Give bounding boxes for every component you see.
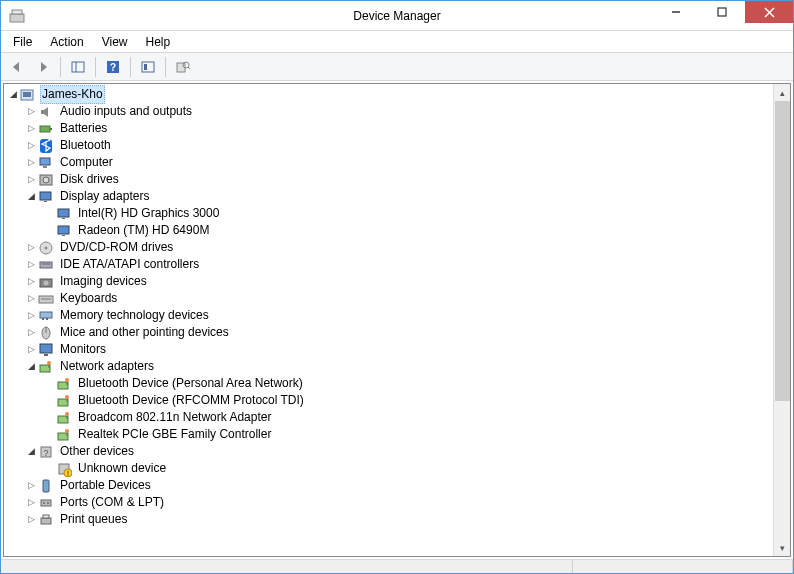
tree-device-label[interactable]: Radeon (TM) HD 6490M bbox=[76, 222, 211, 239]
close-button[interactable] bbox=[745, 1, 793, 23]
tree-category[interactable]: ◢Display adapters bbox=[6, 188, 790, 205]
menu-file[interactable]: File bbox=[5, 33, 40, 51]
tree-device-label[interactable]: Intel(R) HD Graphics 3000 bbox=[76, 205, 221, 222]
tree-category[interactable]: ▷Ports (COM & LPT) bbox=[6, 494, 790, 511]
tree-category-label[interactable]: Bluetooth bbox=[58, 137, 113, 154]
imaging-icon bbox=[38, 274, 54, 290]
scroll-down-icon[interactable]: ▾ bbox=[774, 539, 791, 556]
tree-category-label[interactable]: Monitors bbox=[58, 341, 108, 358]
svg-rect-38 bbox=[40, 312, 52, 318]
expand-arrow-icon[interactable]: ▷ bbox=[24, 307, 38, 324]
expand-arrow-icon[interactable]: ◢ bbox=[6, 86, 20, 103]
tree-category[interactable]: ▷Memory technology devices bbox=[6, 307, 790, 324]
tree-device[interactable]: Intel(R) HD Graphics 3000 bbox=[6, 205, 790, 222]
tree-category-label[interactable]: Portable Devices bbox=[58, 477, 153, 494]
expand-arrow-icon[interactable]: ◢ bbox=[24, 358, 38, 375]
tree-category[interactable]: ▷Batteries bbox=[6, 120, 790, 137]
scroll-up-icon[interactable]: ▴ bbox=[774, 84, 791, 101]
tree-device-label[interactable]: Bluetooth Device (Personal Area Network) bbox=[76, 375, 305, 392]
svg-point-52 bbox=[65, 395, 69, 399]
expand-arrow-icon[interactable]: ◢ bbox=[24, 188, 38, 205]
tree-category[interactable]: ▷Portable Devices bbox=[6, 477, 790, 494]
expand-arrow-icon[interactable]: ▷ bbox=[24, 120, 38, 137]
svg-rect-26 bbox=[58, 209, 69, 217]
device-tree[interactable]: ◢James-Kho▷Audio inputs and outputs▷Batt… bbox=[4, 84, 790, 556]
expand-arrow-icon[interactable]: ▷ bbox=[24, 171, 38, 188]
tree-category-label[interactable]: Disk drives bbox=[58, 171, 121, 188]
tree-category-label[interactable]: Display adapters bbox=[58, 188, 151, 205]
tree-category[interactable]: ▷Imaging devices bbox=[6, 273, 790, 290]
expand-arrow-icon[interactable]: ▷ bbox=[24, 511, 38, 528]
tree-device[interactable]: Bluetooth Device (Personal Area Network) bbox=[6, 375, 790, 392]
dvd-icon bbox=[38, 240, 54, 256]
expand-arrow-icon[interactable]: ▷ bbox=[24, 239, 38, 256]
svg-rect-39 bbox=[42, 318, 44, 320]
svg-rect-11 bbox=[144, 64, 147, 70]
tree-category-label[interactable]: Ports (COM & LPT) bbox=[58, 494, 166, 511]
menu-help[interactable]: Help bbox=[138, 33, 179, 51]
tree-category-label[interactable]: Memory technology devices bbox=[58, 307, 211, 324]
expand-arrow-icon[interactable]: ▷ bbox=[24, 137, 38, 154]
keyboard-icon bbox=[38, 291, 54, 307]
tree-category[interactable]: ▷DVD/CD-ROM drives bbox=[6, 239, 790, 256]
tree-category-label[interactable]: DVD/CD-ROM drives bbox=[58, 239, 175, 256]
expand-arrow-icon[interactable]: ▷ bbox=[24, 273, 38, 290]
tree-device[interactable]: Bluetooth Device (RFCOMM Protocol TDI) bbox=[6, 392, 790, 409]
tree-root-label[interactable]: James-Kho bbox=[40, 85, 105, 104]
expand-arrow-icon[interactable]: ▷ bbox=[24, 477, 38, 494]
show-hide-tree-button[interactable] bbox=[66, 56, 90, 78]
tree-device-label[interactable]: Broadcom 802.11n Network Adapter bbox=[76, 409, 273, 426]
tree-category[interactable]: ▷Monitors bbox=[6, 341, 790, 358]
expand-arrow-icon[interactable]: ▷ bbox=[24, 290, 38, 307]
tree-category-label[interactable]: Imaging devices bbox=[58, 273, 149, 290]
expand-arrow-icon[interactable]: ▷ bbox=[24, 256, 38, 273]
expand-arrow-icon[interactable]: ▷ bbox=[24, 154, 38, 171]
expand-arrow-icon[interactable]: ◢ bbox=[24, 443, 38, 460]
forward-button[interactable] bbox=[31, 56, 55, 78]
vertical-scrollbar[interactable]: ▴ ▾ bbox=[773, 84, 790, 556]
tree-category[interactable]: ▷Disk drives bbox=[6, 171, 790, 188]
properties-button[interactable] bbox=[171, 56, 195, 78]
back-button[interactable] bbox=[5, 56, 29, 78]
maximize-button[interactable] bbox=[699, 1, 745, 23]
tree-category-label[interactable]: Print queues bbox=[58, 511, 129, 528]
tree-category-label[interactable]: Batteries bbox=[58, 120, 109, 137]
tree-category[interactable]: ◢?Other devices bbox=[6, 443, 790, 460]
tree-category-label[interactable]: Network adapters bbox=[58, 358, 156, 375]
svg-rect-65 bbox=[43, 480, 49, 492]
tree-category[interactable]: ▷IDE ATA/ATAPI controllers bbox=[6, 256, 790, 273]
tree-device[interactable]: Broadcom 802.11n Network Adapter bbox=[6, 409, 790, 426]
scan-hardware-button[interactable] bbox=[136, 56, 160, 78]
tree-category-label[interactable]: Keyboards bbox=[58, 290, 119, 307]
tree-device[interactable]: !Unknown device bbox=[6, 460, 790, 477]
tree-category[interactable]: ▷Print queues bbox=[6, 511, 790, 528]
tree-category[interactable]: ◢Network adapters bbox=[6, 358, 790, 375]
tree-category-label[interactable]: Audio inputs and outputs bbox=[58, 103, 194, 120]
tree-device-label[interactable]: Realtek PCIe GBE Family Controller bbox=[76, 426, 273, 443]
tree-device-label[interactable]: Unknown device bbox=[76, 460, 168, 477]
tree-category[interactable]: ▷Mice and other pointing devices bbox=[6, 324, 790, 341]
help-button[interactable]: ? bbox=[101, 56, 125, 78]
tree-category[interactable]: ▷Keyboards bbox=[6, 290, 790, 307]
expand-arrow-icon[interactable]: ▷ bbox=[24, 103, 38, 120]
tree-category-label[interactable]: IDE ATA/ATAPI controllers bbox=[58, 256, 201, 273]
tree-device-label[interactable]: Bluetooth Device (RFCOMM Protocol TDI) bbox=[76, 392, 306, 409]
tree-category[interactable]: ▷Audio inputs and outputs bbox=[6, 103, 790, 120]
scroll-thumb[interactable] bbox=[775, 101, 790, 401]
expand-arrow-icon[interactable]: ▷ bbox=[24, 324, 38, 341]
tree-root[interactable]: ◢James-Kho bbox=[6, 86, 790, 103]
minimize-button[interactable] bbox=[653, 1, 699, 23]
tree-category[interactable]: ▷Computer bbox=[6, 154, 790, 171]
expand-arrow-icon[interactable]: ▷ bbox=[24, 341, 38, 358]
tree-category[interactable]: ▷Bluetooth bbox=[6, 137, 790, 154]
tree-category-label[interactable]: Other devices bbox=[58, 443, 136, 460]
statusbar bbox=[1, 559, 793, 574]
status-panel bbox=[1, 560, 573, 574]
menu-view[interactable]: View bbox=[94, 33, 136, 51]
tree-category-label[interactable]: Mice and other pointing devices bbox=[58, 324, 231, 341]
tree-device[interactable]: Radeon (TM) HD 6490M bbox=[6, 222, 790, 239]
tree-category-label[interactable]: Computer bbox=[58, 154, 115, 171]
tree-device[interactable]: Realtek PCIe GBE Family Controller bbox=[6, 426, 790, 443]
expand-arrow-icon[interactable]: ▷ bbox=[24, 494, 38, 511]
menu-action[interactable]: Action bbox=[42, 33, 91, 51]
